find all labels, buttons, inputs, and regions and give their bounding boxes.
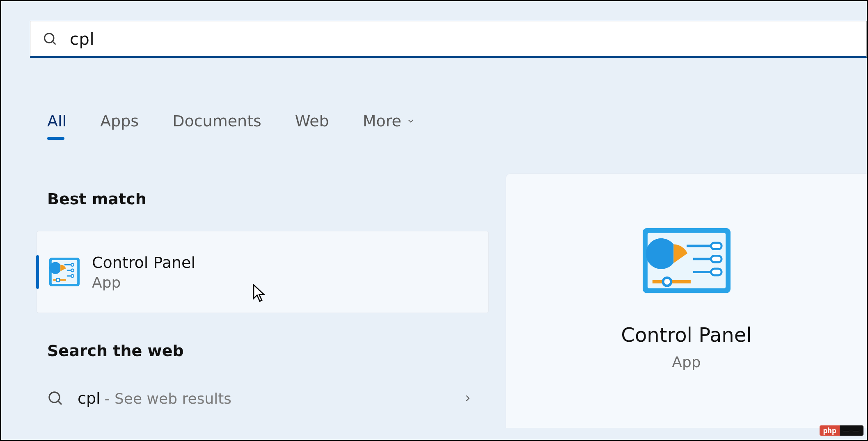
section-title-best-match: Best match — [47, 190, 147, 208]
section-title-search-web: Search the web — [47, 342, 184, 360]
svg-point-12 — [49, 392, 60, 402]
watermark-right: — — — [840, 425, 863, 436]
detail-title: Control Panel — [621, 323, 751, 346]
filter-tab-all[interactable]: All — [47, 112, 66, 130]
chevron-down-icon — [406, 117, 415, 126]
search-input[interactable] — [70, 30, 729, 48]
search-icon — [47, 390, 64, 407]
chevron-right-icon — [463, 394, 472, 403]
svg-rect-17 — [711, 243, 721, 249]
svg-point-7 — [71, 269, 74, 272]
filter-tab-more[interactable]: More — [363, 112, 415, 130]
svg-line-1 — [53, 41, 56, 45]
svg-rect-19 — [711, 256, 721, 262]
svg-line-13 — [58, 401, 62, 404]
filter-label: Apps — [100, 112, 139, 130]
watermark: php — — — [820, 424, 863, 436]
filter-tab-documents[interactable]: Documents — [172, 112, 261, 130]
web-search-hint: - See web results — [105, 390, 232, 407]
control-panel-icon — [48, 256, 80, 288]
svg-point-0 — [45, 33, 54, 43]
best-match-subtitle: App — [92, 274, 195, 291]
filter-tabs: All Apps Documents Web More — [47, 112, 415, 130]
best-match-text: Control Panel App — [92, 254, 195, 291]
filter-label: Web — [295, 112, 329, 130]
best-match-result[interactable]: Control Panel App — [37, 231, 489, 313]
filter-tab-web[interactable]: Web — [295, 112, 329, 130]
web-search-result[interactable]: cpl - See web results — [47, 389, 472, 407]
watermark-left: php — [820, 425, 840, 436]
filter-label: Documents — [172, 112, 261, 130]
best-match-title: Control Panel — [92, 254, 195, 272]
filter-tab-apps[interactable]: Apps — [100, 112, 139, 130]
filter-label: All — [47, 112, 66, 130]
svg-point-9 — [71, 274, 74, 277]
search-icon — [43, 32, 57, 46]
svg-point-5 — [71, 263, 74, 266]
filter-label: More — [363, 112, 401, 130]
search-bar[interactable] — [30, 21, 867, 58]
svg-point-23 — [663, 278, 671, 286]
svg-rect-21 — [711, 269, 721, 275]
svg-point-11 — [56, 278, 60, 282]
detail-panel: Control Panel App — [506, 174, 867, 428]
detail-subtitle: App — [672, 354, 701, 370]
web-search-query: cpl — [78, 389, 101, 407]
control-panel-icon — [642, 227, 731, 294]
